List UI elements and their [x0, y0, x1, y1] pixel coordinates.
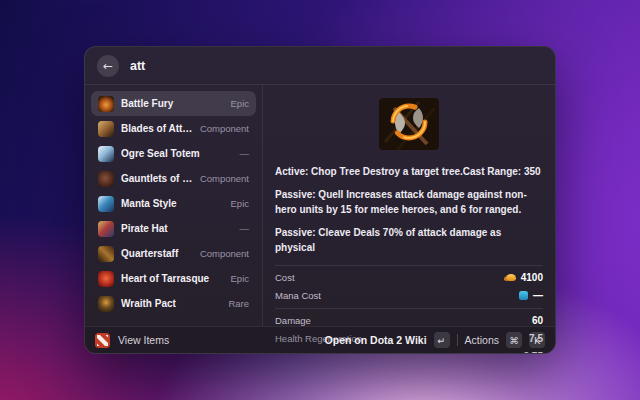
list-item[interactable]: Battle Fury Epic [91, 91, 256, 116]
back-arrow-icon: ← [103, 59, 113, 73]
list-item[interactable]: Ogre Seal Totem — [91, 141, 256, 166]
item-rarity: — [240, 148, 250, 159]
search-bar: ← [85, 47, 555, 85]
item-name: Blades of Attack [121, 123, 193, 134]
ogre-seal-totem-icon [98, 146, 114, 162]
enter-key-icon[interactable]: ↵ [434, 332, 450, 348]
pirate-hat-icon [98, 221, 114, 237]
item-name: Wraith Pact [121, 298, 221, 309]
stat-label: Mana Cost [275, 290, 321, 301]
stat-label: Damage [275, 315, 311, 326]
list-item[interactable]: Wraith Pact Rare [91, 291, 256, 316]
item-name: Gauntlets of Strength [121, 173, 193, 184]
dota2-logo-icon [95, 333, 110, 348]
item-rarity: Rare [228, 298, 249, 309]
mana-icon [519, 291, 528, 300]
stat-value: — [533, 290, 543, 301]
wraith-pact-icon [98, 296, 114, 312]
list-item[interactable]: Heart of Tarrasque Epic [91, 266, 256, 291]
item-rarity: Epic [231, 98, 249, 109]
search-input[interactable] [130, 59, 543, 73]
item-name: Ogre Seal Totem [121, 148, 233, 159]
item-name: Heart of Tarrasque [121, 273, 224, 284]
hero-image-wrap [275, 98, 543, 154]
quarterstaff-icon [98, 246, 114, 262]
stat-row: Mana Cost — [275, 287, 543, 305]
launcher-window: ← Battle Fury Epic Blades of Attack Comp… [84, 46, 556, 354]
item-rarity: Component [200, 248, 249, 259]
detail-passive-quell-text: Passive: Quell Increases attack damage a… [275, 187, 543, 218]
item-name: Pirate Hat [121, 223, 233, 234]
actions-menu-button[interactable]: Actions [465, 334, 499, 346]
list-item[interactable]: Gauntlets of Strength Component [91, 166, 256, 191]
footer-divider [457, 334, 458, 346]
back-button[interactable]: ← [97, 55, 119, 77]
stat-value: 60 [532, 315, 543, 326]
stat-value: 4100 [521, 272, 543, 283]
manta-style-icon [98, 196, 114, 212]
list-item[interactable]: Pirate Hat — [91, 216, 256, 241]
footer-actions: Open on Dota 2 Wiki ↵ Actions ⌘ K [325, 332, 545, 348]
list-item[interactable]: Quarterstaff Component [91, 241, 256, 266]
list-item[interactable]: Manta Style Epic [91, 191, 256, 216]
item-rarity: Component [200, 173, 249, 184]
battle-fury-icon [98, 96, 114, 112]
stat-label: Cost [275, 272, 295, 283]
view-items-label: View Items [118, 334, 169, 346]
gauntlets-of-strength-icon [98, 171, 114, 187]
battle-fury-image-icon [379, 98, 439, 150]
item-name: Battle Fury [121, 98, 224, 109]
item-rarity: Epic [231, 198, 249, 209]
command-key-icon[interactable]: ⌘ [506, 332, 522, 348]
stats-primary-group: Cost 4100 Mana Cost — [275, 265, 543, 309]
footer-bar: View Items Open on Dota 2 Wiki ↵ Actions… [85, 326, 555, 353]
open-wiki-action[interactable]: Open on Dota 2 Wiki [325, 334, 427, 346]
k-key-icon[interactable]: K [529, 332, 545, 348]
detail-active-text: Active: Chop Tree Destroy a target tree.… [275, 164, 543, 180]
item-name: Manta Style [121, 198, 224, 209]
stat-row: Cost 4100 [275, 269, 543, 287]
item-rarity: — [240, 223, 250, 234]
item-name: Quarterstaff [121, 248, 193, 259]
main-area: Battle Fury Epic Blades of Attack Compon… [85, 85, 555, 326]
heart-of-tarrasque-icon [98, 271, 114, 287]
list-item[interactable]: Blades of Attack Component [91, 116, 256, 141]
blades-of-attack-icon [98, 121, 114, 137]
items-list: Battle Fury Epic Blades of Attack Compon… [85, 85, 263, 326]
item-rarity: Epic [231, 273, 249, 284]
item-rarity: Component [200, 123, 249, 134]
detail-passive-cleave-text: Passive: Cleave Deals 70% of attack dama… [275, 225, 543, 256]
detail-panel: Active: Chop Tree Destroy a target tree.… [263, 85, 555, 326]
gold-icon [506, 274, 516, 281]
